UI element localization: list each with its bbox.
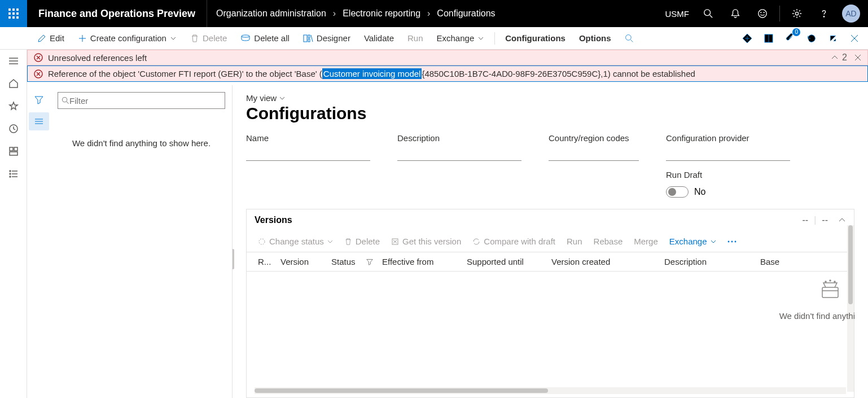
company-picker[interactable]: USMF (661, 9, 694, 19)
provider-input[interactable] (666, 146, 790, 161)
version-delete-button[interactable]: Delete (340, 234, 384, 248)
attachments-count: 0 (792, 28, 800, 36)
chevron-down-icon (477, 35, 484, 42)
designer-button[interactable]: Designer (297, 31, 356, 45)
svg-point-15 (823, 16, 824, 17)
delete-button[interactable]: Delete (185, 31, 233, 45)
merge-button[interactable]: Merge (629, 234, 663, 248)
grid-empty-message: We didn't find anythi (779, 311, 855, 321)
validate-label: Validate (364, 33, 394, 43)
svg-point-36 (10, 170, 11, 172)
field-label: Configuration provider (666, 133, 790, 143)
popout-icon (828, 33, 838, 43)
run-draft-toggle[interactable] (666, 186, 689, 198)
versions-grid-header: R... Version Status Effective from Suppo… (247, 252, 854, 272)
country-codes-input[interactable] (549, 146, 639, 161)
view-label: My view (246, 93, 277, 103)
get-version-button[interactable]: Get this version (387, 234, 466, 248)
edit-button[interactable]: Edit (32, 31, 70, 45)
expand-nav-button[interactable] (0, 50, 27, 72)
refresh-button[interactable] (803, 29, 821, 47)
col-version-created[interactable]: Version created (547, 257, 660, 266)
list-empty-message: We didn't find anything to show here. (55, 118, 227, 148)
user-avatar[interactable]: AD (842, 5, 860, 23)
lines-icon (34, 118, 43, 125)
field-name: Name (246, 133, 370, 198)
recent-button[interactable] (0, 117, 27, 140)
divider (779, 6, 780, 21)
open-in-excel-button[interactable] (760, 29, 778, 47)
search-button[interactable] (696, 0, 721, 27)
list-filter-toggle[interactable] (29, 91, 49, 109)
exchange-button[interactable]: Exchange (431, 31, 490, 45)
office-button[interactable] (738, 29, 756, 47)
close-form-button[interactable] (845, 29, 863, 47)
notifications-button[interactable] (723, 0, 748, 27)
svg-point-9 (704, 10, 711, 16)
delete-label: Delete (203, 33, 227, 43)
horizontal-scrollbar[interactable] (255, 387, 846, 394)
home-icon (8, 78, 19, 89)
description-input[interactable] (397, 146, 521, 161)
validate-button[interactable]: Validate (358, 31, 400, 45)
cycle-icon (258, 238, 266, 246)
workspaces-button[interactable] (0, 140, 27, 163)
error-icon (33, 69, 43, 79)
favorites-button[interactable] (0, 95, 27, 117)
close-icon (850, 34, 859, 43)
breadcrumb-item[interactable]: Configurations (437, 8, 495, 19)
col-version[interactable]: Version (276, 257, 327, 266)
modules-button[interactable] (0, 163, 27, 185)
create-configuration-button[interactable]: Create configuration (72, 31, 182, 45)
delete-all-button[interactable]: Delete all (235, 31, 295, 45)
popout-button[interactable] (824, 29, 842, 47)
col-supported-until[interactable]: Supported until (462, 257, 547, 266)
version-run-button[interactable]: Run (562, 234, 587, 248)
version-exchange-button[interactable]: Exchange (665, 234, 721, 248)
svg-point-63 (834, 281, 835, 282)
breadcrumb-item[interactable]: Organization administration (216, 8, 326, 19)
splitter-handle[interactable] (233, 249, 234, 269)
more-button[interactable] (723, 238, 741, 246)
chevron-up-icon[interactable] (838, 216, 846, 224)
pencil-icon (37, 34, 46, 43)
chevron-up-icon[interactable] (831, 54, 839, 62)
app-launcher-button[interactable] (0, 0, 27, 27)
excel-icon (764, 33, 774, 43)
filter-input[interactable] (69, 96, 221, 106)
run-button[interactable]: Run (402, 31, 429, 45)
settings-button[interactable] (784, 0, 809, 27)
detail-pane: My view Configurations Name Description … (233, 85, 868, 398)
filter-input-wrapper[interactable] (58, 92, 225, 109)
versions-fasttab: Versions -- | -- Change status (246, 209, 854, 398)
options-tab[interactable]: Options (573, 31, 617, 45)
breadcrumb-item[interactable]: Electronic reporting (343, 8, 420, 19)
message-bar-detail: Reference of the object 'Customer FTI re… (27, 65, 868, 82)
home-button[interactable] (0, 72, 27, 95)
col-base[interactable]: Base (756, 257, 801, 266)
name-input[interactable] (246, 146, 370, 161)
view-selector[interactable]: My view (246, 93, 854, 103)
rebase-button[interactable]: Rebase (589, 234, 628, 248)
help-button[interactable] (812, 0, 836, 27)
list-icon (8, 169, 19, 179)
action-pane: Edit Create configuration Delete Delete … (0, 27, 868, 50)
col-effective-from[interactable]: Effective from (378, 257, 462, 266)
change-status-button[interactable]: Change status (253, 234, 337, 248)
funnel-icon (366, 259, 373, 265)
list-view-toggle[interactable] (29, 112, 49, 130)
configurations-tab[interactable]: Configurations (499, 31, 571, 45)
close-icon[interactable] (854, 54, 862, 62)
col-status[interactable]: Status (327, 257, 378, 266)
feedback-button[interactable] (750, 0, 775, 27)
svg-rect-0 (8, 8, 11, 11)
col-description[interactable]: Description (660, 257, 756, 266)
actionbar-search-button[interactable] (619, 32, 639, 45)
col-r[interactable]: R... (253, 257, 276, 266)
global-header: Finance and Operations Preview Organizat… (0, 0, 868, 27)
svg-point-61 (825, 281, 826, 282)
search-icon (703, 8, 713, 19)
svg-point-23 (625, 34, 631, 40)
compare-button[interactable]: Compare with draft (468, 234, 560, 248)
attachments-button[interactable]: 0 (781, 29, 799, 47)
